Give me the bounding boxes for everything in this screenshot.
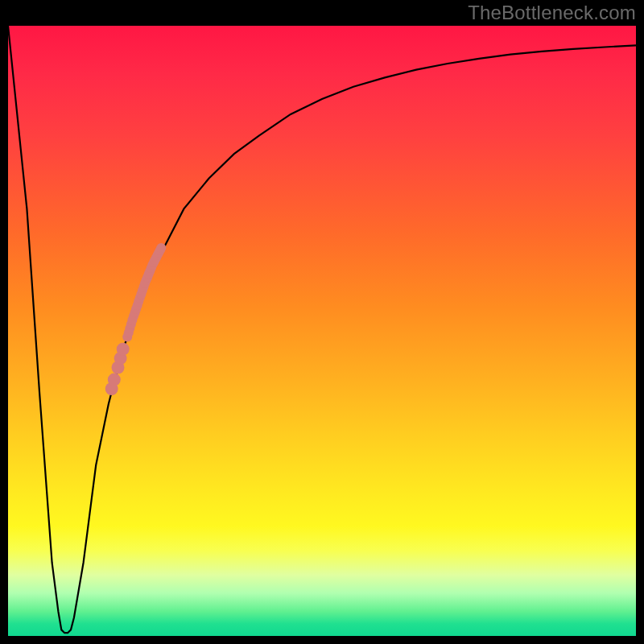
curve-marker-large <box>108 374 121 386</box>
marker-group <box>105 243 167 395</box>
curve-marker-large <box>117 343 130 356</box>
chart-overlay <box>8 26 636 636</box>
watermark-text: TheBottleneck.com <box>468 2 636 24</box>
chart-frame <box>8 26 636 636</box>
chart-stage: TheBottleneck.com <box>0 0 644 644</box>
bottleneck-curve <box>8 26 636 633</box>
curve-marker <box>156 243 166 253</box>
